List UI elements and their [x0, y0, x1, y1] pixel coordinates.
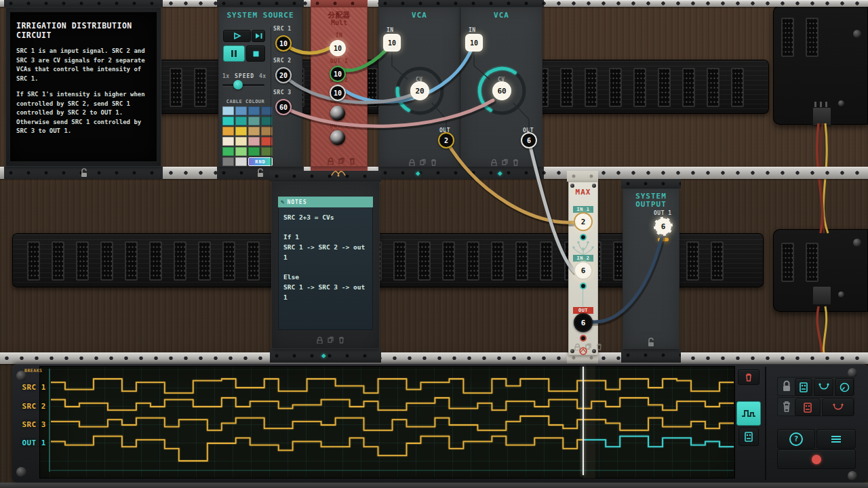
mission-title: IRRIGATION DISTRIBUTION CIRCUIT [16, 21, 151, 40]
trash-icon[interactable] [349, 157, 356, 165]
duplicate-icon[interactable] [327, 336, 334, 344]
mission-screen: IRRIGATION DISTRIBUTION CIRCUIT SRC 1 is… [9, 12, 157, 162]
trash-icon[interactable] [338, 336, 345, 344]
scope-playhead[interactable] [583, 367, 584, 475]
cable-colour-random-swatch[interactable]: RND [248, 157, 273, 166]
vca2-in-port[interactable]: 10 [465, 34, 483, 52]
mult-out3-jack[interactable] [330, 106, 345, 121]
cable-colour-swatch[interactable] [222, 147, 234, 156]
play-button[interactable] [223, 30, 251, 42]
max-out-port[interactable]: 6 [574, 313, 593, 332]
vca1-out-port[interactable]: 2 [438, 132, 454, 148]
speed-slider-knob[interactable] [233, 80, 243, 89]
cable-colour-swatch[interactable] [248, 137, 260, 146]
notes-text[interactable]: SRC 2+3 = CVs If 1 SRC 1 -> SRC 2 -> out… [283, 213, 369, 302]
cable-colour-swatch[interactable] [222, 137, 234, 146]
cable-colour-swatch[interactable] [248, 106, 260, 115]
trash-icon[interactable] [512, 159, 519, 166]
mult-in-port[interactable]: 10 [330, 40, 346, 56]
pause-button[interactable] [223, 45, 245, 62]
cable-colour-swatch[interactable] [235, 147, 247, 156]
pin-header [491, 241, 504, 281]
stop-button[interactable] [246, 45, 265, 62]
cable-colour-swatch[interactable] [235, 117, 247, 125]
mult-out1-port[interactable]: 10 [330, 66, 346, 82]
cable-colour-palette: RND [222, 106, 273, 166]
cable-colour-swatch[interactable] [222, 106, 234, 115]
help-button[interactable]: ? [777, 429, 815, 449]
pin-header [633, 68, 646, 107]
cable-colour-swatch[interactable] [248, 147, 260, 156]
lock-cable-button[interactable] [814, 378, 833, 396]
max-in2-led [580, 283, 587, 289]
module-plate [217, 0, 304, 7]
max-in2-port[interactable]: 6 [574, 261, 593, 280]
delete-cable-button[interactable] [822, 399, 854, 416]
step-button[interactable] [252, 30, 265, 42]
notes-header: ✎ NOTES [278, 197, 373, 207]
cable-colour-swatch[interactable] [248, 117, 260, 125]
module-plate [567, 171, 598, 182]
cable-colour-label: CABLE COLOUR [218, 99, 273, 104]
vca2-module: VCA IN 10 CV 60 OUT 6 [460, 7, 542, 167]
delete-module-button[interactable] [795, 399, 821, 416]
speed-slider-track[interactable] [222, 84, 264, 86]
menu-button[interactable] [816, 429, 856, 449]
delete-trace-button[interactable] [738, 369, 760, 385]
vca1-module: VCA IN 10 CV 20 OUT 2 [378, 7, 460, 167]
lock-module-button[interactable] [795, 378, 812, 396]
max-in1-port[interactable]: 2 [574, 212, 593, 231]
cable-colour-swatch[interactable] [248, 127, 260, 136]
lock-icon[interactable] [490, 159, 498, 166]
vca2-title: VCA [460, 11, 542, 20]
divider [271, 27, 271, 167]
notes-screen[interactable]: ✎ NOTES SRC 2+3 = CVs If 1 SRC 1 -> SRC … [278, 197, 373, 330]
vca2-cv-port[interactable]: 60 [492, 81, 511, 100]
src2-label: SRC 2 [273, 58, 292, 64]
cable-colour-swatch[interactable] [235, 127, 247, 136]
cable-colour-swatch[interactable] [235, 137, 247, 146]
lock-knob-button[interactable] [835, 378, 854, 396]
record-button[interactable] [777, 449, 856, 469]
mission-paragraph: SRC 1 is an input signal. SRC 2 and SRC … [16, 47, 151, 83]
mult-out2-port[interactable]: 10 [330, 85, 346, 101]
cable-colour-swatch[interactable] [235, 157, 247, 166]
mult-module: 分配器 Mult IN 10 OUT 1 10 OUT 2 10 OUT 3 O… [311, 7, 368, 167]
cable-colour-swatch[interactable] [222, 117, 234, 125]
max-module-logo [576, 347, 590, 355]
system-output-out1-port[interactable]: 6 [654, 217, 673, 236]
src1-port[interactable]: 10 [275, 35, 292, 52]
trash-icon[interactable] [430, 159, 437, 166]
trash-icon [782, 401, 791, 413]
mission-paragraph: If SRC 1's intensity is higher when cont… [16, 90, 151, 136]
pin-header [393, 241, 406, 281]
duplicate-icon[interactable] [338, 157, 345, 165]
system-output-module: SYSTEM OUTPUT OUT 1 6 [623, 188, 679, 349]
vca1-in-port[interactable]: 10 [383, 34, 401, 52]
lock-icon[interactable] [408, 159, 416, 166]
lock-icon[interactable] [316, 336, 323, 344]
hamburger-icon [831, 435, 842, 443]
cable-colour-swatch[interactable] [235, 106, 247, 115]
lock-icon[interactable] [327, 157, 334, 165]
src2-port[interactable]: 20 [275, 67, 292, 83]
duplicate-icon[interactable] [501, 159, 509, 166]
mult-out4-jack[interactable] [330, 130, 345, 145]
pin-header [467, 241, 479, 281]
trash-icon[interactable] [595, 343, 603, 350]
scope-view-button[interactable] [736, 401, 761, 426]
scope-waveforms [39, 366, 735, 479]
cable-colour-swatch[interactable] [222, 127, 234, 136]
duplicate-icon[interactable] [419, 159, 427, 166]
padlock-icon [782, 380, 791, 392]
vca2-out-port[interactable]: 6 [521, 132, 537, 148]
bottom-edge-strip [0, 483, 868, 488]
screw [848, 471, 857, 481]
vca1-cv-port[interactable]: 20 [410, 81, 429, 100]
module-plate [4, 0, 163, 7]
mult-out4-label: OUT 4 [311, 123, 368, 129]
module-view-button[interactable] [738, 428, 759, 446]
cable-colour-swatch[interactable] [222, 157, 234, 166]
src3-port[interactable]: 60 [275, 99, 292, 115]
system-output-out1-label: OUT 1 [654, 210, 672, 216]
